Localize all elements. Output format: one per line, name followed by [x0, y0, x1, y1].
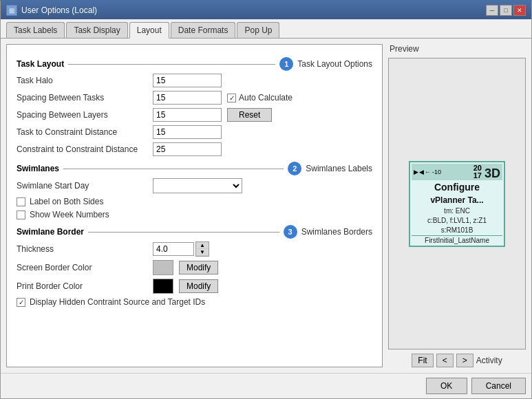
auto-calculate-checkbox[interactable]	[227, 94, 236, 103]
auto-calculate-label: Auto Calculate	[239, 93, 292, 103]
task-halo-row: Task Halo	[17, 74, 372, 87]
preview-date-top: 20	[474, 164, 482, 172]
window-icon: ⊞	[6, 5, 17, 16]
title-bar: ⊞ User Options (Local) ─ □ ✕	[1, 1, 531, 19]
preview-box: ▶ ◀ ← -10 20 17 3D Configure vPlanner Ta…	[388, 58, 526, 349]
task-layout-options-label: Task Layout Options	[297, 59, 372, 69]
title-buttons: ─ □ ✕	[486, 5, 526, 16]
label-both-sides-checkbox[interactable]	[17, 197, 25, 206]
spacing-layers-label: Spacing Between Layers	[17, 110, 147, 120]
preview-card: ▶ ◀ ← -10 20 17 3D Configure vPlanner Ta…	[409, 161, 505, 247]
show-week-numbers-row: Show Week Numbers	[17, 210, 372, 219]
preview-title-line2: vPlanner Ta...	[412, 194, 502, 206]
constraint-distance-row: Task to Constraint Distance	[17, 125, 372, 139]
label-both-sides-row: Label on Both Sides	[17, 197, 372, 206]
tab-date-formats[interactable]: Date Formats	[171, 22, 236, 38]
label-both-sides-label: Label on Both Sides	[30, 197, 103, 206]
content-area: Task Layout 1 Task Layout Options Task H…	[1, 39, 531, 373]
close-button[interactable]: ✕	[513, 5, 526, 16]
preview-date: 20 17	[474, 164, 482, 180]
preview-title-line1: Configure	[412, 180, 502, 194]
task-layout-line	[68, 64, 275, 65]
spinner-down[interactable]: ▼	[196, 249, 209, 256]
preview-body-line1: tm: ENC	[412, 206, 502, 216]
constraint-distance-input[interactable]	[153, 125, 222, 139]
ok-button[interactable]: OK	[426, 378, 467, 394]
cancel-button[interactable]: Cancel	[471, 378, 526, 394]
preview-icon-arrow: ←	[425, 169, 431, 175]
preview-neg10: -10	[432, 169, 441, 175]
preview-card-header: ▶ ◀ ← -10 20 17 3D	[412, 164, 502, 180]
window-title: User Options (Local)	[21, 6, 97, 15]
preview-label: Preview	[388, 44, 526, 54]
swimlane-border-badge: 3	[284, 225, 297, 239]
task-layout-section-header: Task Layout 1 Task Layout Options	[17, 57, 372, 71]
print-border-color-swatch[interactable]	[153, 279, 173, 294]
preview-3d: 3D	[485, 167, 500, 180]
tab-layout[interactable]: Layout	[129, 22, 169, 39]
swimlane-border-title: Swimlane Border	[17, 227, 84, 237]
preview-prev-button[interactable]: <	[436, 354, 454, 367]
preview-next-button[interactable]: >	[456, 354, 474, 367]
preview-activity-label: Activity	[476, 356, 502, 365]
swimlanes-line	[63, 169, 284, 169]
preview-body: tm: ENC c:BLD, f:LVL1, z:Z1 s:RM101B	[412, 206, 502, 235]
display-hidden-checkbox[interactable]	[17, 298, 25, 307]
right-panel: Preview ▶ ◀ ← -10 20 17 3D C	[388, 44, 526, 367]
display-hidden-row: Display Hidden Contraint Source and Targ…	[17, 297, 372, 307]
screen-border-modify-button[interactable]: Modify	[179, 261, 218, 274]
preview-body-line3: s:RM101B	[412, 226, 502, 235]
screen-border-color-swatch[interactable]	[153, 260, 173, 275]
spacing-tasks-label: Spacing Between Tasks	[17, 93, 147, 103]
task-halo-label: Task Halo	[17, 76, 147, 85]
task-layout-badge: 1	[279, 57, 293, 71]
auto-calc-row: Auto Calculate	[227, 93, 292, 103]
preview-body-line2: c:BLD, f:LVL1, z:Z1	[412, 216, 502, 226]
swimlane-start-day-select[interactable]	[153, 178, 242, 193]
swimlanes-title: Swimlanes	[17, 164, 59, 173]
swimlane-start-day-row: Swimlane Start Day	[17, 178, 372, 193]
thickness-spinner[interactable]: ▲ ▼	[195, 241, 209, 257]
task-halo-input[interactable]	[153, 74, 222, 87]
tab-task-labels[interactable]: Task Labels	[6, 22, 65, 38]
bottom-buttons: OK Cancel	[1, 373, 531, 398]
print-border-color-label: Print Border Color	[17, 281, 147, 291]
show-week-numbers-checkbox[interactable]	[17, 211, 25, 219]
constraint-distance-label: Task to Constraint Distance	[17, 127, 147, 137]
spacing-layers-row: Spacing Between Layers Reset	[17, 108, 372, 122]
preview-icon-play: ▶	[414, 169, 418, 175]
display-hidden-label: Display Hidden Contraint Source and Targ…	[30, 297, 205, 307]
constraint-constraint-input[interactable]	[153, 142, 222, 156]
swimlane-start-day-label: Swimlane Start Day	[17, 181, 147, 191]
main-window: ⊞ User Options (Local) ─ □ ✕ Task Labels…	[0, 0, 532, 399]
title-bar-left: ⊞ User Options (Local)	[6, 5, 97, 16]
thickness-input-group: ▲ ▼	[153, 241, 209, 257]
thickness-input[interactable]	[153, 242, 194, 256]
spacing-tasks-input[interactable]	[153, 91, 222, 105]
preview-date-bottom: 17	[474, 172, 482, 180]
print-border-modify-button[interactable]: Modify	[179, 279, 218, 293]
maximize-button[interactable]: □	[500, 5, 512, 16]
left-panel: Task Layout 1 Task Layout Options Task H…	[6, 44, 383, 367]
minimize-button[interactable]: ─	[486, 5, 498, 16]
spinner-up[interactable]: ▲	[196, 242, 209, 249]
thickness-label: Thickness	[17, 244, 147, 254]
print-border-color-row: Print Border Color Modify	[17, 279, 372, 294]
tab-pop-up[interactable]: Pop Up	[237, 22, 279, 38]
preview-icon-back: ◀	[419, 169, 424, 175]
constraint-constraint-row: Constraint to Constraint Distance	[17, 142, 372, 156]
reset-button[interactable]: Reset	[227, 108, 272, 122]
screen-border-color-label: Screen Border Color	[17, 263, 147, 272]
task-layout-title: Task Layout	[17, 59, 64, 69]
screen-border-color-row: Screen Border Color Modify	[17, 260, 372, 275]
constraint-constraint-label: Constraint to Constraint Distance	[17, 144, 147, 154]
swimlanes-badge: 2	[288, 162, 301, 175]
swimlane-borders-label: Swimlanes Borders	[301, 227, 372, 237]
swimlane-border-line	[88, 232, 279, 233]
preview-card-icons: ▶ ◀ ← -10	[414, 169, 441, 175]
tab-task-display[interactable]: Task Display	[66, 22, 127, 38]
preview-footer: FirstInitial_LastName	[412, 235, 502, 244]
spacing-layers-input[interactable]	[153, 108, 222, 122]
preview-fit-button[interactable]: Fit	[412, 354, 433, 367]
preview-nav: Fit < > Activity	[388, 354, 526, 367]
